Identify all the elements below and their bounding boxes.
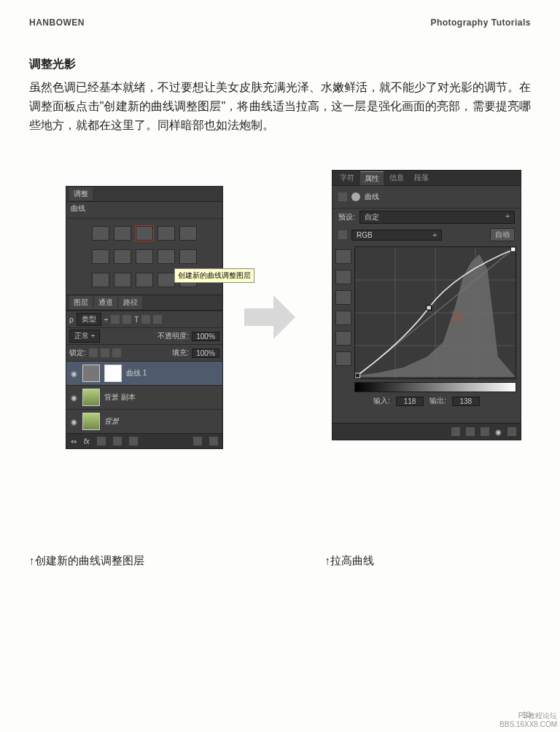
curves-graph[interactable] bbox=[354, 246, 516, 379]
tab-info[interactable]: 信息 bbox=[385, 171, 408, 184]
curves-icon[interactable] bbox=[136, 226, 153, 241]
layer-thumbnail bbox=[82, 413, 100, 430]
layer-row-bg[interactable]: ◉ 背景 bbox=[66, 409, 222, 433]
tab-properties[interactable]: 属性 bbox=[360, 171, 384, 185]
opacity-value[interactable]: 100% bbox=[192, 332, 219, 341]
section-label: Photography Tutorials bbox=[430, 17, 531, 28]
trash-icon[interactable] bbox=[508, 427, 516, 436]
text-options-icon[interactable] bbox=[335, 351, 351, 366]
caption-left: ↑创建新的曲线调整图层 bbox=[29, 554, 144, 568]
body-paragraph: 虽然色调已经基本就绪，不过要想让美女皮肤充满光泽、水嫩鲜活，就不能少了对光影的调… bbox=[29, 78, 531, 135]
lock-label: 锁定: bbox=[69, 348, 86, 358]
fill-value[interactable]: 100% bbox=[192, 349, 219, 358]
filter-icon[interactable] bbox=[122, 315, 131, 324]
group-icon[interactable] bbox=[129, 437, 138, 445]
eyedropper-gray-icon[interactable] bbox=[335, 270, 351, 284]
visibility-icon[interactable]: ◉ bbox=[69, 370, 78, 378]
svg-rect-7 bbox=[427, 305, 432, 310]
triangle-icon[interactable] bbox=[179, 226, 197, 241]
brand: HANBOWEN bbox=[29, 17, 85, 28]
mask-icon[interactable] bbox=[97, 437, 106, 445]
tab-paragraph[interactable]: 段落 bbox=[410, 171, 433, 184]
lock-position-icon[interactable] bbox=[101, 349, 109, 357]
eyedropper-white-icon[interactable] bbox=[335, 290, 351, 305]
gradient-map-icon[interactable] bbox=[158, 273, 175, 287]
visibility-icon[interactable]: ◉ bbox=[69, 394, 78, 402]
mask-mode-icon[interactable] bbox=[351, 192, 360, 201]
layer-name: 背景 bbox=[104, 416, 119, 427]
svg-rect-11 bbox=[510, 247, 516, 252]
caption-right: ↑拉高曲线 bbox=[325, 554, 375, 568]
blend-mode-select[interactable]: 正常 ÷ bbox=[69, 330, 100, 343]
trash-icon[interactable] bbox=[209, 437, 218, 445]
fill-label: 填充: bbox=[172, 348, 189, 358]
curve-smooth-icon[interactable] bbox=[335, 311, 351, 325]
section-title: 调整光影 bbox=[29, 57, 531, 72]
tab-paths[interactable]: 路径 bbox=[119, 296, 142, 309]
curve-pencil-icon[interactable] bbox=[335, 331, 351, 346]
layer-name: 曲线 1 bbox=[126, 368, 147, 378]
hand-tool-icon[interactable] bbox=[338, 230, 347, 239]
properties-title: 曲线 bbox=[365, 192, 379, 202]
tab-channels[interactable]: 通道 bbox=[94, 296, 117, 309]
vibrance-icon[interactable] bbox=[92, 249, 109, 264]
posterize-icon[interactable] bbox=[114, 273, 131, 287]
lock-all-icon[interactable] bbox=[112, 349, 121, 357]
tab-adjustments[interactable]: 调整 bbox=[69, 187, 93, 200]
curves-icon bbox=[338, 192, 347, 201]
hue-sat-icon[interactable] bbox=[114, 249, 131, 264]
levels-icon[interactable] bbox=[114, 226, 131, 241]
layer-row-bg-copy[interactable]: ◉ 背景 副本 bbox=[66, 385, 222, 409]
tooltip-create-curves: 创建新的曲线调整图层 bbox=[174, 268, 254, 283]
channel-select[interactable]: RGB÷ bbox=[351, 230, 442, 241]
input-gradient bbox=[354, 382, 516, 392]
reset-icon[interactable] bbox=[481, 427, 489, 436]
layer-thumbnail bbox=[82, 389, 100, 406]
filter-icon[interactable] bbox=[141, 315, 150, 324]
new-layer-icon[interactable] bbox=[193, 437, 202, 445]
color-balance-icon[interactable] bbox=[136, 249, 153, 264]
opacity-label: 不透明度: bbox=[158, 331, 189, 341]
filter-icon[interactable] bbox=[153, 315, 162, 324]
properties-panel: 字符 属性 信息 段落 曲线 预设: 自定÷ RGB÷ 自动 bbox=[332, 170, 521, 440]
lock-pixels-icon[interactable] bbox=[89, 349, 98, 357]
brightness-contrast-icon[interactable] bbox=[92, 226, 109, 241]
layer-name: 背景 副本 bbox=[104, 392, 136, 402]
output-label: 输出: bbox=[429, 396, 446, 406]
eyedropper-black-icon[interactable] bbox=[335, 249, 351, 264]
output-value[interactable]: 138 bbox=[452, 397, 480, 406]
layer-filter-type[interactable]: 类型 bbox=[77, 313, 101, 326]
svg-rect-10 bbox=[355, 373, 360, 378]
bw-icon[interactable] bbox=[158, 249, 175, 264]
adjustment-icon[interactable] bbox=[113, 437, 122, 445]
threshold-icon[interactable] bbox=[136, 273, 153, 287]
view-prev-icon[interactable] bbox=[466, 427, 475, 436]
mask-thumbnail bbox=[104, 365, 122, 382]
preset-label: 预设: bbox=[338, 212, 355, 222]
preset-select[interactable]: 自定÷ bbox=[359, 211, 515, 224]
adjustment-thumbnail bbox=[82, 365, 100, 382]
filter-icon[interactable] bbox=[111, 315, 120, 324]
auto-button[interactable]: 自动 bbox=[490, 228, 515, 241]
adjustments-layers-panel: 调整 曲线 创建新的曲线调 bbox=[66, 186, 223, 449]
photo-filter-icon[interactable] bbox=[179, 249, 197, 264]
subhead-curves: 曲线 bbox=[66, 202, 222, 219]
tab-layers[interactable]: 图层 bbox=[69, 296, 93, 309]
input-value[interactable]: 118 bbox=[396, 397, 424, 406]
clip-icon[interactable] bbox=[451, 427, 460, 436]
invert-icon[interactable] bbox=[92, 273, 109, 287]
visibility-icon[interactable]: ◉ bbox=[69, 418, 78, 426]
tab-character[interactable]: 字符 bbox=[335, 171, 359, 184]
layer-row-curves1[interactable]: ◉ 曲线 1 bbox=[66, 361, 222, 385]
watermark: PS教程论坛 BBS.16XX8.COM bbox=[499, 712, 557, 729]
arrow-icon bbox=[244, 295, 295, 339]
input-label: 输入: bbox=[373, 396, 390, 406]
exposure-icon[interactable] bbox=[158, 226, 175, 241]
